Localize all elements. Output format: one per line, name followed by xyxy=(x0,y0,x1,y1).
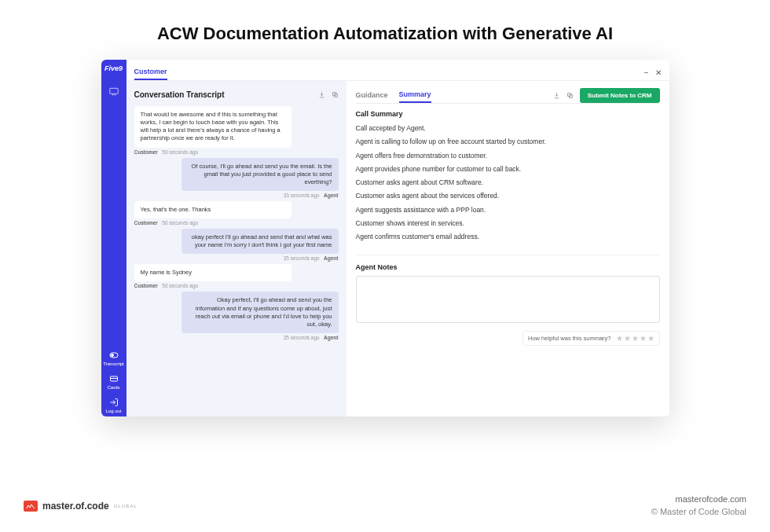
summary-item: Customer asks agent about the services o… xyxy=(356,190,660,202)
copy-icon[interactable] xyxy=(566,88,574,102)
window-controls: − ✕ xyxy=(644,68,662,77)
message-block: Okay perfect, I'll go ahead and send you… xyxy=(134,292,339,340)
download-icon[interactable] xyxy=(553,88,560,102)
transcript-panel: Conversation Transcript That would be aw… xyxy=(126,81,346,416)
agent-notes-input[interactable] xyxy=(356,276,660,323)
star-icon[interactable]: ★ xyxy=(616,334,623,343)
message-meta: Customer 50 seconds ago xyxy=(134,220,339,226)
star-icon[interactable]: ★ xyxy=(647,334,654,343)
summary-item: Customer shows interest in services. xyxy=(356,218,660,229)
content-row: Conversation Transcript That would be aw… xyxy=(126,81,669,416)
svg-rect-0 xyxy=(109,88,118,94)
message-list: That would be awesome and if this is som… xyxy=(134,106,339,410)
svg-point-2 xyxy=(111,354,113,357)
footer-brand-text: master.of.code xyxy=(42,501,109,512)
footer: master.of.code GLOBAL masterofcode.com ©… xyxy=(24,493,746,518)
summary-item: Agent provides phone number for customer… xyxy=(356,163,660,175)
rating-stars: ★ ★ ★ ★ ★ xyxy=(616,334,654,343)
summary-item: Agent is calling to follow up on free ac… xyxy=(356,136,660,148)
message-block: Of course, I'll go ahead and send you th… xyxy=(134,158,339,198)
tab-guidance[interactable]: Guidance xyxy=(356,88,388,102)
close-icon[interactable]: ✕ xyxy=(655,68,662,77)
feedback-prompt: How helpful was this summary? xyxy=(528,335,610,342)
message-meta: 35 seconds ago Agent xyxy=(134,255,339,261)
message-bubble: Yes, that's the one. Thanks xyxy=(134,201,292,218)
message-meta: 35 seconds ago Agent xyxy=(134,335,339,340)
transcript-title: Conversation Transcript xyxy=(134,90,225,99)
message-meta: Customer 50 seconds ago xyxy=(134,149,339,155)
tab-summary[interactable]: Summary xyxy=(399,87,431,103)
footer-copyright: © Master of Code Global xyxy=(651,506,746,518)
brand-logo: Five9 xyxy=(104,64,123,72)
summary-panel: Guidance Summary Submit Notes to CRM Cal… xyxy=(346,81,669,416)
message-block: Yes, that's the one. ThanksCustomer 50 s… xyxy=(134,201,339,226)
message-meta: Customer 50 seconds ago xyxy=(134,283,339,288)
sidebar-item-cards[interactable]: Cards xyxy=(101,369,126,393)
star-icon[interactable]: ★ xyxy=(624,334,631,343)
footer-brand: master.of.code GLOBAL xyxy=(24,501,138,512)
message-bubble: My name is Sydney xyxy=(134,264,292,281)
message-bubble: Okay perfect, I'll go ahead and send you… xyxy=(182,292,339,333)
feedback-bar: How helpful was this summary? ★ ★ ★ ★ ★ xyxy=(522,331,659,346)
divider xyxy=(356,255,660,255)
agent-notes-title: Agent Notes xyxy=(356,263,660,271)
copy-icon[interactable] xyxy=(332,87,339,101)
message-block: That would be awesome and if this is som… xyxy=(134,106,339,155)
main-content: Customer − ✕ Conversation Transcript Tha… xyxy=(126,60,669,416)
star-icon[interactable]: ★ xyxy=(640,334,647,343)
brand-icon xyxy=(24,501,38,512)
submit-notes-button[interactable]: Submit Notes to CRM xyxy=(580,88,660,103)
sidebar: Five9 Transcript Cards Log out xyxy=(101,60,126,416)
chat-icon[interactable] xyxy=(101,80,126,105)
star-icon[interactable]: ★ xyxy=(632,334,639,343)
footer-domain: masterofcode.com xyxy=(651,493,746,505)
sidebar-item-label: Log out xyxy=(101,409,126,413)
message-block: okay perfect I'll go ahead and send that… xyxy=(134,229,339,261)
message-meta: 33 seconds ago Agent xyxy=(134,193,339,198)
call-summary-title: Call Summary xyxy=(356,110,660,118)
message-bubble: That would be awesome and if this is som… xyxy=(134,106,292,148)
tab-customer[interactable]: Customer xyxy=(134,64,167,80)
message-bubble: okay perfect I'll go ahead and send that… xyxy=(182,229,339,254)
summary-item: Agent confirms customer's email address. xyxy=(356,231,660,243)
sidebar-item-label: Cards xyxy=(101,385,126,390)
top-bar: Customer − ✕ xyxy=(126,60,669,81)
sidebar-item-label: Transcript xyxy=(101,361,126,366)
download-icon[interactable] xyxy=(318,87,325,101)
page-title: ACW Documentation Automatization with Ge… xyxy=(0,0,770,60)
minimize-icon[interactable]: − xyxy=(644,68,649,77)
app-window: Five9 Transcript Cards Log out Customer … xyxy=(101,60,669,416)
summary-list: Call accepted by Agent.Agent is calling … xyxy=(356,123,660,245)
summary-item: Customer asks agent about CRM software. xyxy=(356,177,660,189)
message-block: My name is SydneyCustomer 50 seconds ago xyxy=(134,264,339,288)
summary-item: Call accepted by Agent. xyxy=(356,123,660,134)
message-bubble: Of course, I'll go ahead and send you th… xyxy=(182,158,339,191)
sidebar-item-logout[interactable]: Log out xyxy=(101,393,126,416)
summary-item: Agent suggests assistance with a PPP loa… xyxy=(356,204,660,216)
sidebar-item-transcript[interactable]: Transcript xyxy=(101,346,126,369)
summary-item: Agent offers free demonstration to custo… xyxy=(356,150,660,162)
footer-brand-suffix: GLOBAL xyxy=(114,504,138,508)
